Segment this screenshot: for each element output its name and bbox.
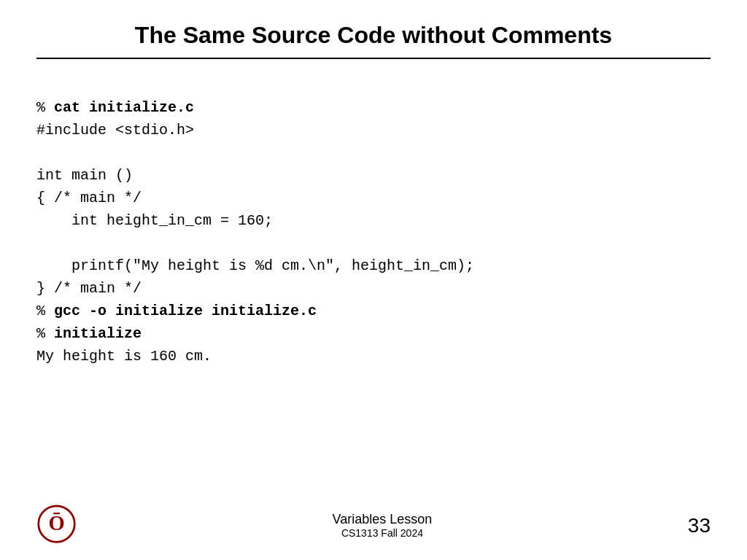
output-line: My height is 160 cm. [36,348,212,365]
height-var: int height_in_cm = 160; [36,212,273,229]
printf-line: printf("My height is %d cm.\n", height_i… [36,257,474,274]
footer-center: Variables Lesson CS1313 Fall 2024 [333,512,433,539]
main-open: { /* main */ [36,190,142,206]
include-line: #include <stdio.h> [36,122,194,139]
cmd-cat: cat initialize.c [54,99,194,116]
code-block: % cat initialize.c #include <stdio.h> in… [36,74,711,390]
prompt-1: % [36,99,54,116]
lesson-title: Variables Lesson [333,512,433,527]
prompt-3: % [36,325,54,342]
cmd-initialize: initialize [54,325,142,342]
page-number: 33 [688,514,711,537]
svg-text:Ō: Ō [48,512,64,534]
ou-logo: Ō [36,504,77,547]
footer: Ō Variables Lesson CS1313 Fall 2024 33 [0,504,747,547]
main-sig: int main () [36,167,133,184]
slide: The Same Source Code without Comments % … [0,0,747,560]
cmd-gcc: gcc -o initialize initialize.c [54,303,317,319]
main-close: } /* main */ [36,280,142,297]
course-info: CS1313 Fall 2024 [333,527,433,539]
prompt-2: % [36,303,54,319]
slide-title: The Same Source Code without Comments [36,22,711,59]
